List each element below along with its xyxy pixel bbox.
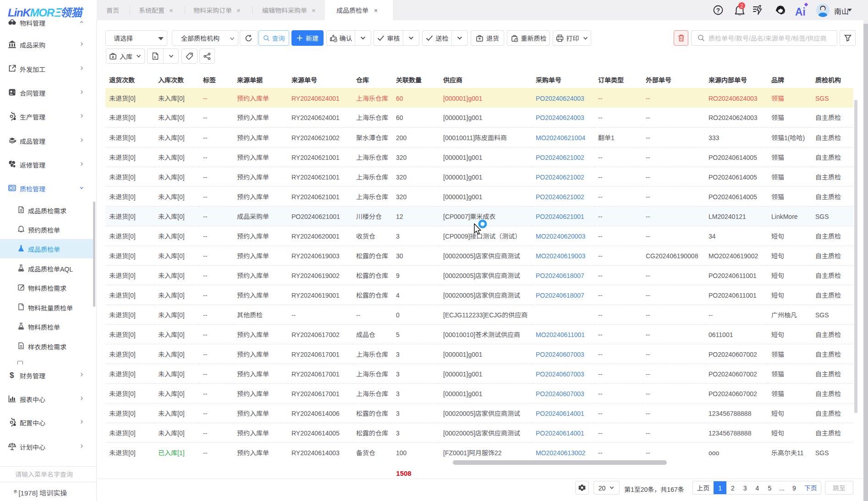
svg-text:$: $ — [10, 371, 14, 379]
svg-text:?: ? — [716, 7, 720, 14]
svg-text:x: x — [154, 55, 156, 59]
